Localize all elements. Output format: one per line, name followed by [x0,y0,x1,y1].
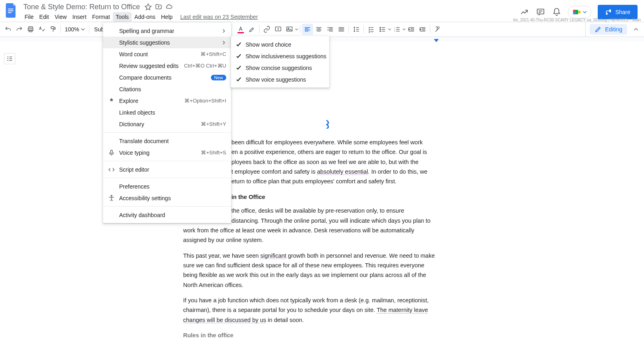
menu-translate-document[interactable]: Translate document [103,135,231,147]
svg-point-18 [111,195,112,196]
align-left-button[interactable] [302,24,313,35]
text-color-button[interactable] [235,24,246,35]
zoom-select[interactable]: 100% [62,26,87,33]
clear-formatting-button[interactable] [432,24,443,35]
submenu-inclusiveness[interactable]: Show inclusiveness suggestions [231,50,329,62]
spellcheck-button[interactable] [36,24,47,35]
insert-image-button[interactable] [284,24,295,35]
highlight-color-button[interactable] [246,24,258,35]
svg-rect-17 [111,150,113,153]
svg-rect-0 [8,9,14,10]
menu-review-suggested-edits[interactable]: Review suggested edits Ctrl+⌘O Ctrl+⌘U [103,60,231,72]
divider [103,161,231,161]
script-icon [108,166,115,173]
insert-link-button[interactable] [261,24,272,35]
increase-indent-button[interactable] [417,24,428,35]
paint-format-button[interactable] [47,24,59,35]
doc-title[interactable]: Tone & Style Demo: Return to Office [22,2,142,12]
numbered-list-dropdown[interactable] [402,27,406,31]
align-justify-button[interactable] [336,24,347,35]
menu-preferences[interactable]: Preferences [103,180,231,192]
insert-image-dropdown[interactable] [295,27,298,31]
notifications-icon[interactable] [552,7,561,17]
align-right-button[interactable] [324,24,336,35]
chevron-right-icon [221,29,226,33]
share-button[interactable]: Share [598,5,638,19]
line-spacing-button[interactable] [351,24,362,35]
menu-view[interactable]: View [52,12,70,22]
menu-stylistic-suggestions[interactable]: Stylistic suggestions [103,37,231,48]
menu-help[interactable]: Help [158,12,175,22]
svg-point-16 [380,31,380,31]
collapse-toolbar-button[interactable] [630,24,642,35]
menu-script-editor[interactable]: Script editor [103,164,231,175]
redo-button[interactable] [14,24,25,35]
move-folder-icon[interactable] [155,3,163,11]
docs-app-icon[interactable] [3,2,19,18]
svg-point-14 [380,27,380,28]
menu-tools[interactable]: Tools [113,12,132,22]
menu-format[interactable]: Format [89,12,113,22]
numbered-list-button[interactable] [391,24,402,35]
menu-activity-dashboard[interactable]: Activity dashboard [103,209,231,221]
svg-rect-3 [537,9,544,14]
menu-addons[interactable]: Add-ons [132,12,158,22]
decrease-indent-button[interactable] [406,24,417,35]
menu-insert[interactable]: Insert [70,12,89,22]
align-center-button[interactable] [313,24,324,35]
add-comment-button[interactable] [272,24,284,35]
mode-label: Editing [605,26,622,33]
cloud-status-icon[interactable] [165,3,173,11]
svg-rect-5 [573,10,575,12]
svg-rect-2 [8,12,12,13]
chevron-right-icon [221,41,226,45]
menu-dictionary[interactable]: Dictionary ⌘+Shift+Y [103,118,231,130]
decorative-swirl-icon [326,120,332,130]
explore-icon [108,97,115,105]
menu-spelling-grammar[interactable]: Spelling and grammar [103,25,231,37]
trend-icon[interactable] [520,7,529,17]
menu-compare-documents[interactable]: Compare documents New [103,72,231,83]
star-icon[interactable] [144,3,152,11]
menu-accessibility-settings[interactable]: Accessibility settings [103,192,231,204]
menu-word-count[interactable]: Word count ⌘+Shift+C [103,48,231,60]
divider [103,178,231,178]
suggestion-underline[interactable]: absolutely essential [317,168,368,175]
suggestion-underline[interactable]: significant [260,252,286,259]
menu-voice-typing[interactable]: Voice typing ⌘+Shift+S [103,147,231,158]
print-button[interactable] [25,24,36,35]
check-icon [236,42,242,47]
svg-rect-1 [8,10,14,11]
new-badge: New [211,75,226,80]
bulleted-list-dropdown[interactable] [388,27,391,31]
comments-icon[interactable] [536,7,545,17]
bulleted-list-button[interactable] [377,24,388,35]
submenu-voice[interactable]: Show voice suggestions [231,74,329,85]
divider [103,206,231,207]
menu-linked-objects[interactable]: Linked objects [103,107,231,118]
menubar: File Edit View Insert Format Tools Add-o… [22,12,258,22]
submenu-concise[interactable]: Show concise suggestions [231,62,329,74]
meet-button[interactable] [568,6,591,18]
svg-rect-6 [573,12,575,14]
mode-chip[interactable]: Editing [590,24,627,35]
mic-icon [108,149,115,156]
checklist-button[interactable] [365,24,377,35]
tools-menu-dropdown: Spelling and grammar Stylistic suggestio… [103,23,231,223]
divider [103,132,231,133]
stylistic-submenu: Show word choice Show inclusiveness sugg… [231,36,329,88]
menu-edit[interactable]: Edit [37,12,52,22]
submenu-word-choice[interactable]: Show word choice [231,39,329,50]
outline-toggle-button[interactable] [4,53,15,64]
toolbar: 100% Subtitle Editing [0,22,644,37]
share-label: Share [615,9,630,15]
debug-line: kix_2021.40-Thu-RC00 SCARY LEGACY ua_0De… [513,18,641,22]
menu-citations[interactable]: Citations [103,83,231,95]
undo-button[interactable] [2,24,14,35]
check-icon [236,77,242,82]
svg-point-15 [380,29,380,30]
last-edit-link[interactable]: Last edit was on 23 September [180,14,258,20]
menu-explore[interactable]: Explore ⌘+Option+Shift+I [103,95,231,107]
menu-file[interactable]: File [22,12,37,22]
svg-rect-10 [51,27,54,29]
